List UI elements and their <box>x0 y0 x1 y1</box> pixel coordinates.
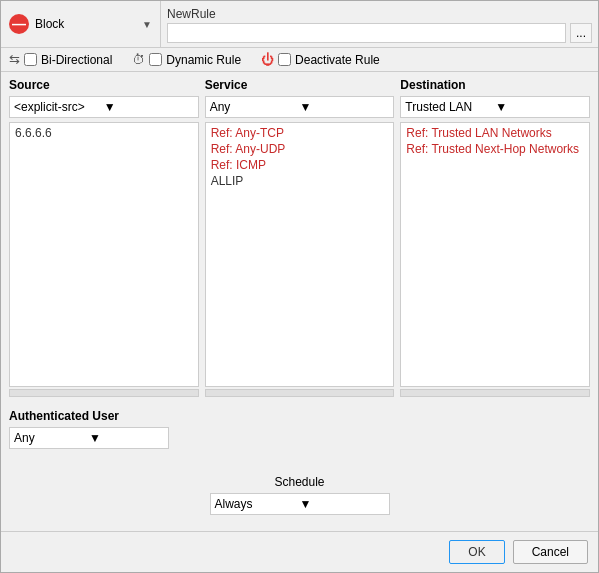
service-label: Service <box>205 78 395 92</box>
cancel-button[interactable]: Cancel <box>513 540 588 564</box>
ellipsis-button[interactable]: ... <box>570 23 592 43</box>
ok-button[interactable]: OK <box>449 540 504 564</box>
list-item: Ref: Any-UDP <box>208 141 392 157</box>
destination-dropdown[interactable]: Trusted LAN ▼ <box>400 96 590 118</box>
block-icon: — <box>9 14 29 34</box>
source-dropdown-arrow: ▼ <box>104 100 194 114</box>
list-item: Ref: Trusted LAN Networks <box>403 125 587 141</box>
schedule-label: Schedule <box>274 475 324 489</box>
deactivate-rule-group: ⏻ Deactivate Rule <box>261 52 380 67</box>
timer-icon: ⏱ <box>132 52 145 67</box>
rule-name-input[interactable] <box>167 5 592 23</box>
destination-scrollbar[interactable] <box>400 389 590 397</box>
auth-user-dropdown[interactable]: Any ▼ <box>9 427 169 449</box>
service-panel: Service Any ▼ Ref: Any-TCPRef: Any-UDPRe… <box>205 78 395 397</box>
list-item: 6.6.6.6 <box>12 125 196 141</box>
auth-user-label: Authenticated User <box>9 409 590 423</box>
source-list: 6.6.6.6 <box>9 122 199 387</box>
list-item: Ref: Trusted Next-Hop Networks <box>403 141 587 157</box>
list-item: Ref: Any-TCP <box>208 125 392 141</box>
main-panels: Source <explicit-src> ▼ 6.6.6.6 Service … <box>1 72 598 403</box>
list-item: Ref: ICMP <box>208 157 392 173</box>
bidirectional-checkbox[interactable] <box>24 53 37 66</box>
dynamic-rule-checkbox[interactable] <box>149 53 162 66</box>
dynamic-rule-group: ⏱ Dynamic Rule <box>132 52 241 67</box>
auth-user-arrow: ▼ <box>89 431 164 445</box>
block-icon-symbol: — <box>12 16 26 32</box>
rule-name-section: ... <box>161 1 598 47</box>
service-dropdown-arrow: ▼ <box>300 100 390 114</box>
destination-panel: Destination Trusted LAN ▼ Ref: Trusted L… <box>400 78 590 397</box>
service-scrollbar[interactable] <box>205 389 395 397</box>
source-dropdown-value: <explicit-src> <box>14 100 104 114</box>
destination-label: Destination <box>400 78 590 92</box>
service-list: Ref: Any-TCPRef: Any-UDPRef: ICMPALLIP <box>205 122 395 387</box>
source-dropdown[interactable]: <explicit-src> ▼ <box>9 96 199 118</box>
deactivate-rule-label[interactable]: Deactivate Rule <box>278 53 380 67</box>
bidirectional-label[interactable]: Bi-Directional <box>24 53 112 67</box>
list-item: ALLIP <box>208 173 392 189</box>
service-dropdown-value: Any <box>210 100 300 114</box>
power-icon: ⏻ <box>261 52 274 67</box>
destination-dropdown-arrow: ▼ <box>495 100 585 114</box>
auth-user-value: Any <box>14 431 89 445</box>
schedule-value: Always <box>215 497 300 511</box>
options-row: ⇆ Bi-Directional ⏱ Dynamic Rule ⏻ Deacti… <box>1 48 598 72</box>
auth-user-row: Authenticated User Any ▼ <box>9 409 590 449</box>
bottom-section: Authenticated User Any ▼ Schedule Always… <box>1 403 598 531</box>
schedule-arrow: ▼ <box>300 497 385 511</box>
deactivate-rule-checkbox[interactable] <box>278 53 291 66</box>
schedule-section: Schedule Always ▼ <box>9 455 590 525</box>
source-scrollbar[interactable] <box>9 389 199 397</box>
source-panel: Source <explicit-src> ▼ 6.6.6.6 <box>9 78 199 397</box>
rule-desc-input[interactable] <box>167 23 566 43</box>
service-dropdown[interactable]: Any ▼ <box>205 96 395 118</box>
rule-desc-row: ... <box>167 23 592 43</box>
header-row: — Block ▼ ... <box>1 1 598 48</box>
bidirectional-icon: ⇆ <box>9 52 20 67</box>
action-dropdown-arrow: ▼ <box>142 19 152 30</box>
footer-buttons: OK Cancel <box>1 531 598 572</box>
destination-dropdown-value: Trusted LAN <box>405 100 495 114</box>
bidirectional-group: ⇆ Bi-Directional <box>9 52 112 67</box>
schedule-dropdown[interactable]: Always ▼ <box>210 493 390 515</box>
action-dropdown[interactable]: — Block ▼ <box>1 1 161 47</box>
dialog: — Block ▼ ... ⇆ Bi-Directional ⏱ Dyn <box>0 0 599 573</box>
action-label: Block <box>35 17 136 31</box>
dynamic-rule-label[interactable]: Dynamic Rule <box>149 53 241 67</box>
source-label: Source <box>9 78 199 92</box>
destination-list: Ref: Trusted LAN NetworksRef: Trusted Ne… <box>400 122 590 387</box>
